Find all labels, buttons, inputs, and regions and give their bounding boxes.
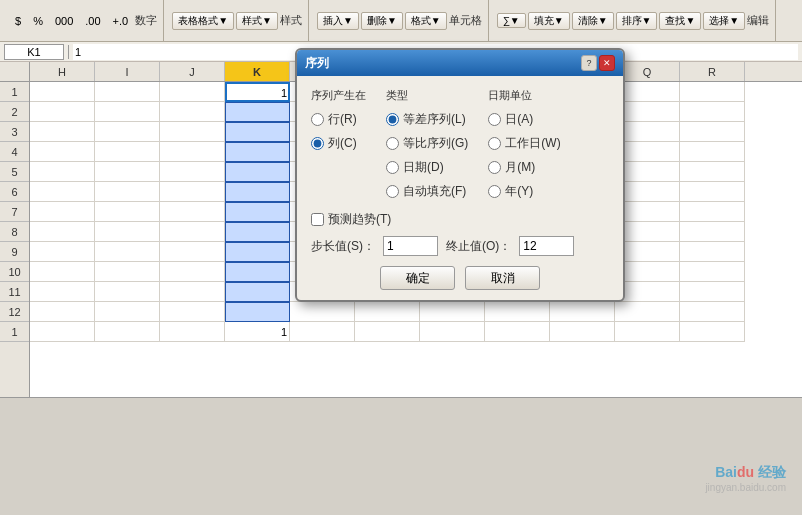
- radio-year-input[interactable]: [488, 185, 501, 198]
- ok-button[interactable]: 确定: [380, 266, 455, 290]
- radio-arithmetic-label: 等差序列(L): [403, 111, 466, 128]
- radio-workday-label: 工作日(W): [505, 135, 560, 152]
- type-col: 类型 等差序列(L) 等比序列(G) 日期(D): [386, 88, 468, 201]
- radio-workday[interactable]: 工作日(W): [488, 133, 560, 153]
- dialog-section-main: 序列产生在 行(R) 列(C) 类型 等差序列(L): [311, 88, 609, 201]
- radio-geometric-input[interactable]: [386, 137, 399, 150]
- radio-date[interactable]: 日期(D): [386, 157, 468, 177]
- dialog-buttons: 确定 取消: [311, 266, 609, 290]
- radio-year-label: 年(Y): [505, 183, 533, 200]
- dialog-title: 序列: [305, 55, 329, 72]
- radio-month[interactable]: 月(M): [488, 157, 560, 177]
- date-unit-label: 日期单位: [488, 88, 560, 103]
- radio-row[interactable]: 行(R): [311, 109, 366, 129]
- radio-day-label: 日(A): [505, 111, 533, 128]
- trend-checkbox[interactable]: [311, 213, 324, 226]
- dialog-controls: ? ✕: [581, 55, 615, 71]
- radio-auto-input[interactable]: [386, 185, 399, 198]
- end-label: 终止值(O)：: [446, 238, 511, 255]
- trend-label: 预测趋势(T): [328, 211, 391, 228]
- date-unit-col: 日期单位 日(A) 工作日(W) 月(M) 年: [488, 88, 560, 201]
- radio-arithmetic-input[interactable]: [386, 113, 399, 126]
- type-label: 类型: [386, 88, 468, 103]
- origin-col: 序列产生在 行(R) 列(C): [311, 88, 366, 201]
- radio-day[interactable]: 日(A): [488, 109, 560, 129]
- radio-col-label: 列(C): [328, 135, 357, 152]
- cancel-button[interactable]: 取消: [465, 266, 540, 290]
- radio-date-label: 日期(D): [403, 159, 444, 176]
- dialog-overlay: 序列 ? ✕ 序列产生在 行(R) 列(C): [0, 0, 802, 515]
- radio-month-input[interactable]: [488, 161, 501, 174]
- trend-row: 预测趋势(T): [311, 211, 609, 228]
- radio-row-label: 行(R): [328, 111, 357, 128]
- radio-year[interactable]: 年(Y): [488, 181, 560, 201]
- radio-col[interactable]: 列(C): [311, 133, 366, 153]
- radio-row-input[interactable]: [311, 113, 324, 126]
- radio-arithmetic[interactable]: 等差序列(L): [386, 109, 468, 129]
- end-input[interactable]: [519, 236, 574, 256]
- series-dialog: 序列 ? ✕ 序列产生在 行(R) 列(C): [295, 48, 625, 302]
- radio-workday-input[interactable]: [488, 137, 501, 150]
- origin-label: 序列产生在: [311, 88, 366, 103]
- dialog-close-btn[interactable]: ✕: [599, 55, 615, 71]
- step-row: 步长值(S)： 终止值(O)：: [311, 236, 609, 256]
- radio-auto[interactable]: 自动填充(F): [386, 181, 468, 201]
- dialog-body: 序列产生在 行(R) 列(C) 类型 等差序列(L): [297, 76, 623, 300]
- radio-month-label: 月(M): [505, 159, 535, 176]
- dialog-help-btn[interactable]: ?: [581, 55, 597, 71]
- step-label: 步长值(S)：: [311, 238, 375, 255]
- radio-date-input[interactable]: [386, 161, 399, 174]
- radio-col-input[interactable]: [311, 137, 324, 150]
- radio-auto-label: 自动填充(F): [403, 183, 466, 200]
- radio-geometric-label: 等比序列(G): [403, 135, 468, 152]
- radio-geometric[interactable]: 等比序列(G): [386, 133, 468, 153]
- dialog-titlebar: 序列 ? ✕: [297, 50, 623, 76]
- radio-day-input[interactable]: [488, 113, 501, 126]
- step-input[interactable]: [383, 236, 438, 256]
